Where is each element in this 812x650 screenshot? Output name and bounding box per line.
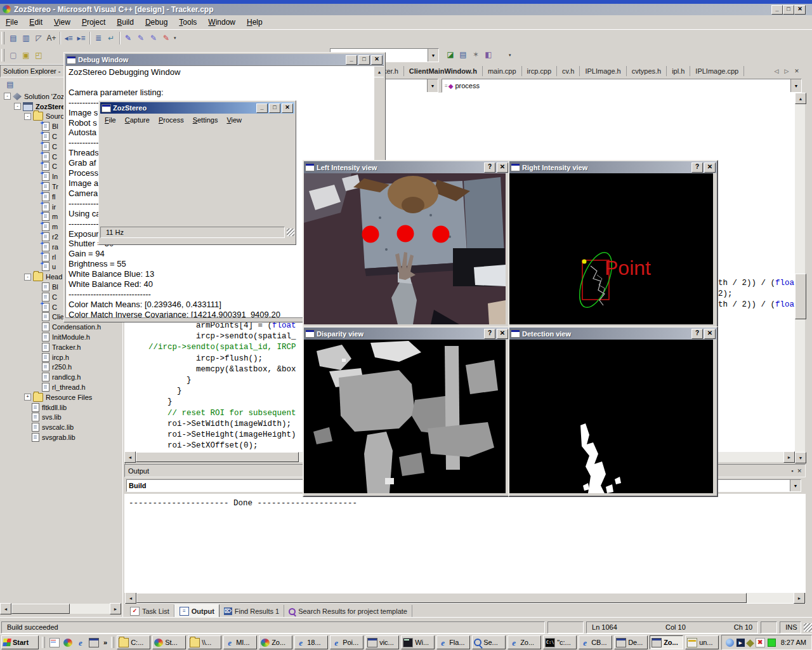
bookmark-next-pen-icon[interactable]: ✎ <box>134 32 147 44</box>
taskbar-button[interactable]: e18... <box>294 635 328 649</box>
collapse-icon[interactable]: - <box>24 274 31 281</box>
open-file-icon[interactable]: ◰ <box>32 49 45 62</box>
chevron-down-icon[interactable]: ▼ <box>790 79 801 92</box>
taskbar-button[interactable]: C:... <box>117 635 150 649</box>
tree-item[interactable]: InitModule.h <box>3 332 122 342</box>
chevron-down-icon[interactable]: ▼ <box>790 480 801 491</box>
indent-icon[interactable]: ▸≡ <box>75 32 88 44</box>
outdent-icon[interactable]: ◂≡ <box>62 32 75 44</box>
solution-explorer-hscrollbar[interactable]: ◄ ► <box>0 604 121 614</box>
network-globe-icon[interactable] <box>726 639 734 647</box>
collapse-icon[interactable]: - <box>4 93 11 100</box>
file-tab[interactable]: IPLImage.cpp <box>690 66 744 76</box>
tree-item[interactable]: Condensation.h <box>3 322 122 332</box>
build-report-icon[interactable]: ◪ <box>444 48 457 61</box>
toolbar-overflow-arrow-2[interactable]: ▾ <box>509 53 511 58</box>
msdev-icon[interactable] <box>63 639 72 647</box>
help-button[interactable]: ? <box>484 162 495 173</box>
left-intensity-titlebar[interactable]: Left Intensity view ? ✕ <box>304 161 509 173</box>
scroll-right-icon[interactable]: ► <box>783 451 795 463</box>
zozstereo-titlebar[interactable]: ZozStereo _ □ ✕ <box>100 102 294 114</box>
file-tab[interactable]: main.cpp <box>483 66 522 76</box>
tree-item[interactable]: svsgrab.lib <box>3 432 122 442</box>
new-window-icon[interactable]: ▥ <box>20 32 32 44</box>
scroll-left-icon[interactable]: ◄ <box>0 603 11 614</box>
zoz-menu-capture[interactable]: Capture <box>121 115 154 125</box>
tree-item[interactable]: ircp.h <box>3 352 122 362</box>
new-text-file-icon[interactable]: ▢ <box>7 49 20 62</box>
zoz-menu-settings[interactable]: Settings <box>188 115 223 125</box>
menu-build[interactable]: Build <box>111 16 140 29</box>
expand-icon[interactable]: + <box>24 394 31 401</box>
output-content[interactable]: --------------------- Done -------------… <box>124 494 806 593</box>
taskbar-button[interactable]: eFla... <box>436 635 470 649</box>
menu-project[interactable]: Project <box>76 16 111 29</box>
scroll-up-icon[interactable]: ▲ <box>795 93 806 104</box>
minimize-button[interactable]: _ <box>256 103 268 113</box>
taskbar-button[interactable]: Zo... <box>259 635 292 649</box>
taskbar-button[interactable]: Se... <box>472 635 506 649</box>
property-pages-icon[interactable]: ▤ <box>457 48 469 61</box>
help-button[interactable]: ? <box>484 329 495 339</box>
pick-tool-icon[interactable]: ◸ <box>32 32 45 44</box>
output-hscrollbar[interactable]: ◄ ► <box>125 593 805 603</box>
file-tab[interactable]: ircp.cpp <box>522 66 558 76</box>
close-icon[interactable]: ✕ <box>797 468 802 474</box>
maximize-button[interactable]: □ <box>358 55 370 65</box>
taskbar-button[interactable]: De... <box>614 635 648 649</box>
file-tab[interactable]: IPLImage.h <box>580 66 626 76</box>
maximize-button[interactable]: □ <box>269 103 280 113</box>
taskbar-button[interactable]: vic... <box>365 635 399 649</box>
tab-scroll-left-icon[interactable]: ◁ <box>771 67 782 76</box>
output-tab[interactable]: ⌦Find Results 1 <box>219 605 284 618</box>
parameter-info-icon[interactable]: ↵ <box>105 32 117 44</box>
tools-options-icon[interactable]: ✶ <box>469 48 482 61</box>
taskbar-button[interactable]: Wi... <box>401 635 435 649</box>
collapse-icon[interactable]: - <box>24 113 31 120</box>
file-tab[interactable]: ClientMainWindow.h <box>404 66 483 76</box>
file-tab[interactable]: ipl.h <box>667 66 690 76</box>
taskbar-button[interactable]: eZo... <box>508 635 541 649</box>
maximize-button[interactable]: □ <box>783 5 794 15</box>
menu-tools[interactable]: Tools <box>173 16 202 29</box>
menu-file[interactable]: File <box>0 16 23 29</box>
tab-scroll-right-icon[interactable]: ▷ <box>782 67 792 76</box>
properties-window-icon[interactable]: ▤ <box>7 32 20 44</box>
disparity-titlebar[interactable]: Disparity view ? ✕ <box>304 328 509 340</box>
tab-close-icon[interactable]: ✕ <box>792 67 802 76</box>
menu-view[interactable]: View <box>48 16 76 29</box>
close-button[interactable]: ✕ <box>282 103 293 113</box>
toolbar-overflow-arrow[interactable]: ▾ <box>174 36 176 41</box>
tree-item[interactable]: Tracker.h <box>3 342 122 352</box>
toolbar-grip[interactable] <box>1 32 4 44</box>
scroll-right-icon[interactable]: ► <box>110 603 121 614</box>
error-x-icon[interactable]: ✖ <box>756 638 765 647</box>
zoz-menu-file[interactable]: File <box>100 115 121 125</box>
editor-vscrollbar[interactable]: ▲ ▼ <box>795 93 805 462</box>
taskbar-button[interactable]: C:\"c:... <box>543 635 577 649</box>
close-button[interactable]: ✕ <box>371 55 383 65</box>
menu-edit[interactable]: Edit <box>23 16 48 29</box>
close-button[interactable]: ✕ <box>704 329 716 339</box>
clear-bookmarks-pen-icon[interactable]: ✎ <box>160 32 173 44</box>
taskbar-button[interactable]: ePoi... <box>330 635 363 649</box>
show-desktop-icon[interactable] <box>49 638 60 647</box>
tree-item[interactable]: rl_thread.h <box>3 382 122 392</box>
scroll-left-icon[interactable]: ◄ <box>124 451 136 463</box>
status-green-icon[interactable] <box>768 639 776 647</box>
scroll-left-icon[interactable]: ◄ <box>125 592 136 604</box>
toolbar-grip-2[interactable] <box>1 49 4 62</box>
start-button[interactable]: Start <box>1 635 39 649</box>
add-item-icon[interactable]: ▣ <box>20 49 32 62</box>
scroll-up-icon[interactable]: ▲ <box>374 66 384 77</box>
close-button[interactable]: ✕ <box>497 329 508 339</box>
media-player-icon[interactable]: ▶ <box>737 639 745 647</box>
minimize-button[interactable]: _ <box>346 55 357 65</box>
minimize-button[interactable]: _ <box>771 5 783 15</box>
app-diamond-icon[interactable] <box>746 639 754 647</box>
chevron-down-icon[interactable]: ▼ <box>428 49 438 62</box>
scroll-right-icon[interactable]: ► <box>794 592 805 604</box>
tree-item[interactable]: svs.lib <box>3 413 122 423</box>
zoz-menu-view[interactable]: View <box>222 115 246 125</box>
chevron-down-icon[interactable]: ▼ <box>427 79 438 92</box>
